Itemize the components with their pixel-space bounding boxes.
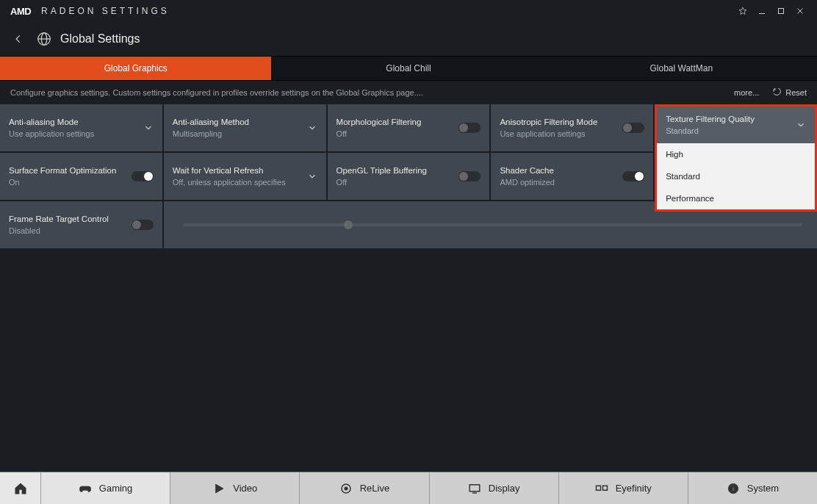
multi-monitor-icon [595, 482, 608, 495]
nav-label: Display [489, 483, 520, 494]
toggle-switch[interactable] [458, 171, 481, 181]
setting-value: Off [336, 129, 422, 138]
back-button[interactable] [10, 31, 26, 47]
chevron-down-icon [796, 120, 806, 130]
gamepad-icon [79, 482, 92, 495]
record-icon [339, 482, 353, 495]
chevron-down-icon [307, 123, 317, 133]
setting-aa-method[interactable]: Anti-aliasing Method Multisampling [164, 104, 326, 151]
titlebar: AMD RADEON SETTINGS [0, 0, 817, 22]
bottom-nav: Gaming Video ReLive Display Eyefinity Sy… [0, 472, 817, 504]
setting-value: Use application settings [500, 129, 597, 138]
setting-label: Frame Rate Target Control [9, 215, 109, 223]
svg-rect-12 [602, 486, 607, 490]
setting-aa-mode[interactable]: Anti-aliasing Mode Use application setti… [0, 104, 162, 151]
setting-morph-filter[interactable]: Morphological Filtering Off [328, 104, 490, 151]
maximize-button[interactable] [771, 1, 791, 21]
svg-rect-14 [733, 487, 734, 491]
setting-label: Anti-aliasing Method [173, 118, 249, 126]
svg-rect-15 [733, 485, 734, 486]
tab-global-wattman[interactable]: Global WattMan [546, 57, 817, 80]
slider-knob[interactable] [344, 220, 353, 229]
description-bar: Configure graphics settings. Custom sett… [0, 81, 817, 104]
page-header: Global Settings [0, 22, 817, 56]
setting-label: Anti-aliasing Mode [9, 118, 94, 126]
amd-logo: AMD [10, 6, 31, 17]
reset-label: Reset [785, 88, 807, 97]
app-title: RADEON SETTINGS [41, 6, 170, 16]
info-icon [727, 482, 740, 495]
setting-vsync[interactable]: Wait for Vertical Refresh Off, unless ap… [164, 153, 326, 200]
setting-label: Wait for Vertical Refresh [173, 166, 286, 175]
close-button[interactable] [791, 1, 810, 21]
description-text: Configure graphics settings. Custom sett… [10, 88, 423, 97]
toggle-switch[interactable] [622, 171, 644, 181]
toggle-switch[interactable] [622, 123, 644, 133]
setting-surface-opt[interactable]: Surface Format Optimization On [0, 153, 162, 200]
minimize-button[interactable] [752, 1, 771, 21]
slider-track[interactable] [183, 223, 802, 226]
setting-value: AMD optimized [500, 178, 555, 187]
svg-rect-11 [596, 486, 600, 490]
svg-rect-1 [779, 9, 784, 14]
setting-value: On [9, 178, 116, 187]
svg-rect-9 [469, 484, 480, 491]
favorite-button[interactable] [733, 1, 752, 21]
dropdown-option-standard[interactable]: Standard [657, 165, 815, 187]
nav-label: Eyefinity [616, 483, 652, 494]
setting-label: OpenGL Triple Buffering [336, 166, 427, 175]
settings-grid: Anti-aliasing Mode Use application setti… [0, 104, 817, 248]
svg-point-8 [344, 486, 348, 490]
setting-label: Anisotropic Filtering Mode [500, 118, 597, 126]
nav-tab-relive[interactable]: ReLive [300, 472, 429, 504]
setting-label: Texture Filtering Quality [666, 115, 755, 123]
content-area [0, 248, 817, 472]
setting-aniso-mode[interactable]: Anisotropic Filtering Mode Use applicati… [491, 104, 653, 151]
texture-quality-dropdown: Texture Filtering Quality Standard High … [655, 104, 817, 212]
section-tabs: Global Graphics Global Chill Global Watt… [0, 56, 817, 81]
home-button[interactable] [0, 472, 41, 504]
nav-tab-video[interactable]: Video [170, 472, 300, 504]
nav-tab-gaming[interactable]: Gaming [41, 472, 170, 504]
setting-label: Surface Format Optimization [9, 166, 116, 175]
globe-icon [35, 30, 53, 48]
chevron-down-icon [143, 123, 154, 133]
setting-value: Disabled [9, 226, 109, 235]
monitor-icon [468, 482, 481, 495]
tab-global-graphics[interactable]: Global Graphics [0, 57, 273, 80]
toggle-switch[interactable] [132, 171, 154, 181]
toggle-switch[interactable] [132, 220, 154, 230]
chevron-down-icon [307, 171, 317, 181]
setting-value: Standard [666, 126, 755, 135]
more-button[interactable]: more... [734, 88, 759, 97]
setting-value: Multisampling [173, 129, 249, 138]
nav-label: System [747, 483, 779, 494]
setting-label: Shader Cache [500, 166, 555, 175]
toggle-switch[interactable] [458, 123, 481, 133]
play-icon [212, 482, 226, 495]
setting-triple-buffer[interactable]: OpenGL Triple Buffering Off [328, 153, 490, 200]
setting-frtc[interactable]: Frame Rate Target Control Disabled [0, 201, 162, 248]
dropdown-option-performance[interactable]: Performance [657, 187, 815, 209]
nav-tab-eyefinity[interactable]: Eyefinity [559, 472, 688, 504]
setting-shader-cache[interactable]: Shader Cache AMD optimized [491, 153, 653, 200]
reset-button[interactable]: Reset [772, 88, 807, 97]
nav-tab-system[interactable]: System [688, 472, 817, 504]
setting-value: Off, unless application specifies [173, 178, 286, 187]
nav-label: Gaming [99, 483, 133, 494]
setting-label: Morphological Filtering [336, 118, 422, 126]
dropdown-option-high[interactable]: High [657, 143, 815, 165]
tab-global-chill[interactable]: Global Chill [273, 57, 545, 80]
page-title: Global Settings [60, 32, 140, 46]
nav-label: ReLive [360, 483, 389, 494]
setting-texture-quality[interactable]: Texture Filtering Quality Standard [657, 107, 815, 143]
nav-tab-display[interactable]: Display [430, 472, 559, 504]
setting-value: Off [336, 178, 427, 187]
setting-value: Use application settings [9, 129, 94, 138]
nav-label: Video [233, 483, 257, 494]
